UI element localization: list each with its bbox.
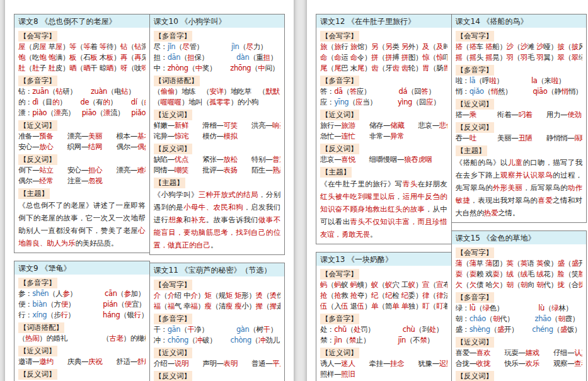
- text-run: 旅: [350, 42, 357, 51]
- text-run: 力）: [253, 42, 267, 51]
- text-run: 债 哈: [476, 280, 492, 289]
- text-run: 钻: [120, 42, 127, 51]
- text-run: 吓: [443, 53, 447, 62]
- text-run: （电: [107, 87, 121, 96]
- text-run: 毛: [527, 53, 536, 62]
- text-run: 尽：: [154, 42, 168, 51]
- text-run: 绿: [551, 304, 558, 312]
- text-run: chǔ: [334, 325, 347, 334]
- text-run: 表明: [224, 359, 238, 368]
- text-run: （方: [47, 300, 61, 309]
- text-run: zhāo: [535, 314, 551, 323]
- text-run: ，: [395, 192, 403, 201]
- text-run: 照旧: [341, 370, 355, 378]
- text-run: 吐: [470, 134, 476, 142]
- section-label: 【反义词】: [456, 122, 495, 133]
- text-run: 用力—: [533, 110, 568, 119]
- text-run: 的: [144, 98, 146, 106]
- text-run: ，后写翠鸟的: [522, 183, 567, 192]
- text-run: cān: [105, 289, 117, 298]
- text-run: 漂：: [18, 108, 32, 117]
- text-run: 绒: [521, 270, 527, 278]
- text-run: （树: [249, 325, 263, 334]
- text-run: 倒下—: [18, 166, 39, 174]
- text-run: 胃: [422, 64, 429, 72]
- text-run: 漂亮—: [54, 132, 89, 140]
- text-run: zhōng: [230, 64, 251, 72]
- theme-paragraph: 《总也倒不了的老屋》讲述了一座即将倒下的老屋的故事，它一次又一次地帮助别人一直都…: [18, 199, 146, 249]
- text-run: 庆祝: [88, 357, 102, 366]
- section-label: 【会写字】: [456, 31, 495, 42]
- text-run: 旅游: [341, 121, 355, 130]
- section-label-row: 【反义词】: [456, 121, 583, 133]
- text-run: 晒: [107, 64, 113, 72]
- text-run: 间）: [265, 64, 279, 72]
- text-run: 蚁: [341, 280, 350, 289]
- text-run: （: [490, 325, 497, 334]
- section-label-row: 【反义词】: [456, 370, 583, 381]
- text-run: 行：: [18, 310, 32, 319]
- text-run: 齿: [392, 64, 399, 72]
- text-run: 救: [341, 291, 350, 300]
- text-run: dān: [168, 53, 180, 62]
- lesson-column: 课文8 《总也倒不了的老屋》【会写字】屋（房屋 草屋）等（等着 等待）钻（钻洞 …: [14, 14, 150, 381]
- section-label-row: 【反义词】: [18, 368, 146, 380]
- text-run: 叼着: [518, 110, 532, 119]
- section-label-row: 【近义词】: [456, 336, 583, 348]
- text-run: （人: [49, 289, 62, 298]
- text-run: 朝: [521, 280, 527, 289]
- text-line: 偶尔—经常 注意—忽视: [18, 176, 146, 186]
- text-run: 宣: [422, 280, 429, 289]
- text-run: （: [175, 42, 182, 51]
- text-run: ）: [128, 87, 135, 96]
- text-run: 蚂: [334, 280, 341, 289]
- text-run: zhòng: [168, 64, 188, 72]
- section-label: 【会写字】: [18, 31, 57, 42]
- text-run: 答: [421, 87, 428, 96]
- text-run: 胃: [443, 64, 447, 72]
- text-run: 伍: [341, 302, 348, 310]
- text-run: （回: [407, 87, 421, 96]
- text-run: ）: [558, 76, 565, 85]
- text-run: 脸: [579, 270, 582, 278]
- text-run: 欢乐: [526, 359, 539, 368]
- text-run: 研）: [62, 87, 90, 96]
- text-run: 旅: [334, 42, 341, 51]
- text-run: 行: [61, 310, 67, 319]
- text-run: 应：: [320, 98, 334, 106]
- text-run: （笑: [565, 270, 579, 278]
- text-run: 查看: [574, 359, 582, 368]
- text-run: 尾: [334, 64, 341, 72]
- text-run: 齿: [371, 64, 378, 72]
- text-run: 拢: [558, 280, 565, 289]
- text-run: 色）: [490, 304, 539, 312]
- columns: 课文8 《总也倒不了的老屋》【会写字】屋（房屋 草屋）等（等着 等待）钻（钻洞 …: [5, 0, 294, 381]
- text-line: 的：dì（目的） de（有的） dí（的确）: [18, 97, 146, 108]
- text-run: 满）: [55, 53, 69, 62]
- text-run: （: [76, 64, 83, 72]
- text-run: 摇: [456, 53, 463, 62]
- text-run: （到: [415, 325, 429, 334]
- text-run: 止）: [356, 336, 398, 344]
- text-run: 表扬: [224, 166, 238, 174]
- lesson-card-lesson-11: 课文11 《宝葫芦的秘密》（节选）【会写字】介（介绍 中介）矩（规矩 矩形）烫（…: [149, 263, 285, 381]
- text-run: jìn: [231, 42, 239, 51]
- text-run: （: [429, 42, 436, 51]
- text-run: dàn: [236, 53, 249, 62]
- text-run: 细嚼慢咽—: [355, 155, 405, 164]
- text-run: 应）: [357, 87, 399, 96]
- text-run: 抢: [334, 291, 341, 300]
- text-run: 绒: [507, 270, 514, 278]
- text-run: 应: [355, 98, 362, 106]
- text-run: 介绍—: [154, 359, 175, 368]
- text-run: 搭: [456, 42, 463, 51]
- text-run: （: [263, 302, 270, 310]
- text-run: 悄）: [568, 87, 582, 96]
- text-run: （: [180, 325, 187, 334]
- text-run: 干: [187, 325, 194, 334]
- text-run: 霞）: [565, 314, 579, 323]
- text-run: qiǎo: [470, 87, 484, 96]
- text-run: 纪: [385, 291, 392, 300]
- text-run: 小）: [241, 302, 255, 310]
- text-line: 参：shēn（人参） cān（参加）: [18, 288, 146, 299]
